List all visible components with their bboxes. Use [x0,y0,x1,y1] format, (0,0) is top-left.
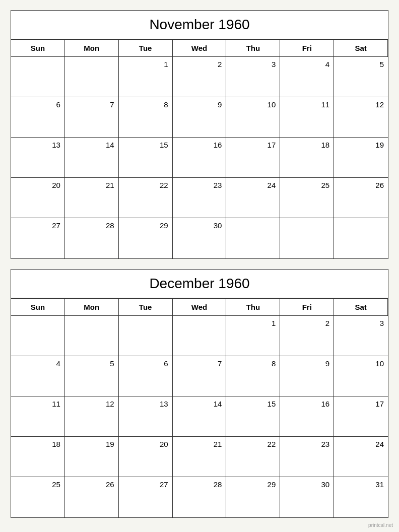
day-cell: 7 [65,97,119,138]
day-cell: 16 [280,396,334,437]
day-header: Sun [11,39,65,57]
day-cell: 29 [119,218,173,258]
day-cell: 1 [119,57,173,97]
day-header: Fri [280,39,334,57]
day-cell: 27 [11,218,65,258]
day-cell: 12 [334,97,388,138]
day-cell: 3 [226,57,280,97]
day-cell [280,218,334,258]
day-cell: 11 [11,396,65,437]
day-cell: 24 [334,437,388,477]
day-cell: 26 [65,477,119,517]
day-cell: 28 [65,218,119,258]
day-header: Thu [226,298,280,316]
day-cell: 2 [280,316,334,356]
december-grid: SunMonTueWedThuFriSat1234567891011121314… [11,298,388,517]
day-header: Sun [11,298,65,316]
day-header: Mon [65,39,119,57]
day-cell: 29 [226,477,280,517]
day-cell: 16 [173,138,227,178]
day-header: Sat [334,39,388,57]
day-cell: 21 [173,437,227,477]
day-cell: 24 [226,178,280,218]
day-cell: 21 [65,178,119,218]
day-cell: 8 [119,97,173,138]
day-cell: 18 [11,437,65,477]
day-cell: 6 [11,97,65,138]
day-cell: 2 [173,57,227,97]
november-grid: SunMonTueWedThuFriSat1234567891011121314… [11,39,388,258]
day-cell: 19 [65,437,119,477]
december-title: December 1960 [11,270,388,298]
day-cell [11,57,65,97]
december-calendar: December 1960 SunMonTueWedThuFriSat12345… [11,269,388,518]
day-cell: 22 [119,178,173,218]
day-cell: 8 [226,356,280,396]
day-cell: 27 [119,477,173,517]
day-header: Wed [173,298,227,316]
day-cell: 13 [11,138,65,178]
day-cell: 7 [173,356,227,396]
day-cell: 20 [11,178,65,218]
day-cell [173,316,227,356]
day-cell: 9 [280,356,334,396]
day-header: Sat [334,298,388,316]
day-cell: 23 [280,437,334,477]
day-cell: 5 [65,356,119,396]
day-cell: 25 [11,477,65,517]
day-cell: 14 [173,396,227,437]
day-cell: 3 [334,316,388,356]
day-cell: 30 [173,218,227,258]
day-cell: 1 [226,316,280,356]
day-cell: 4 [280,57,334,97]
november-title: November 1960 [11,11,388,39]
day-cell: 9 [173,97,227,138]
day-cell: 10 [334,356,388,396]
day-cell [226,218,280,258]
day-cell: 18 [280,138,334,178]
day-cell: 17 [226,138,280,178]
day-cell [119,316,173,356]
day-header: Wed [173,39,227,57]
day-header: Tue [119,298,173,316]
day-cell: 6 [119,356,173,396]
day-cell: 15 [226,396,280,437]
day-cell: 14 [65,138,119,178]
day-cell: 20 [119,437,173,477]
day-cell: 13 [119,396,173,437]
day-cell [65,57,119,97]
day-cell: 19 [334,138,388,178]
day-cell: 25 [280,178,334,218]
day-cell: 10 [226,97,280,138]
day-cell: 17 [334,396,388,437]
watermark: printcal.net [368,522,393,528]
day-cell: 28 [173,477,227,517]
day-cell: 31 [334,477,388,517]
day-header: Fri [280,298,334,316]
day-header: Tue [119,39,173,57]
day-cell: 30 [280,477,334,517]
november-calendar: November 1960 SunMonTueWedThuFriSat12345… [11,10,388,259]
day-cell: 5 [334,57,388,97]
day-cell: 26 [334,178,388,218]
day-cell: 12 [65,396,119,437]
day-cell: 23 [173,178,227,218]
day-cell: 11 [280,97,334,138]
day-header: Thu [226,39,280,57]
day-cell: 22 [226,437,280,477]
day-cell: 15 [119,138,173,178]
day-header: Mon [65,298,119,316]
day-cell [11,316,65,356]
day-cell: 4 [11,356,65,396]
day-cell [65,316,119,356]
day-cell [334,218,388,258]
